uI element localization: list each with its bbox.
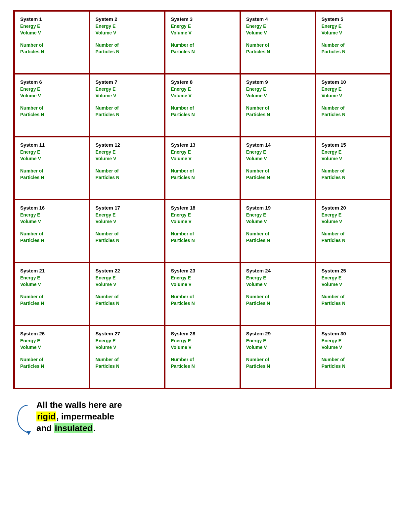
system-volume-23: Volume V: [171, 281, 234, 288]
system-number-label-11: Number of: [20, 168, 84, 174]
system-title-15: System 15: [321, 142, 385, 148]
system-title-10: System 10: [321, 79, 385, 85]
system-number-value-18: Particles N: [171, 237, 234, 244]
system-energy-16: Energy E: [20, 212, 84, 218]
system-number-value-10: Particles N: [321, 112, 385, 118]
system-title-8: System 8: [171, 79, 234, 85]
system-number-value-21: Particles N: [20, 300, 84, 307]
system-number-label-16: Number of: [20, 231, 84, 237]
system-cell-28: System 28 Energy E Volume V Number of Pa…: [165, 325, 240, 388]
system-number-value-17: Particles N: [96, 237, 159, 244]
system-volume-27: Volume V: [96, 344, 159, 351]
system-cell-25: System 25 Energy E Volume V Number of Pa…: [315, 263, 391, 325]
system-cell-11: System 11 Energy E Volume V Number of Pa…: [14, 137, 90, 200]
system-volume-14: Volume V: [246, 156, 310, 162]
system-energy-22: Energy E: [96, 275, 159, 281]
system-energy-27: Energy E: [96, 338, 159, 344]
system-cell-30: System 30 Energy E Volume V Number of Pa…: [315, 325, 391, 388]
system-cell-9: System 9 Energy E Volume V Number of Par…: [240, 74, 316, 137]
system-number-label-26: Number of: [20, 357, 84, 363]
system-energy-23: Energy E: [171, 275, 234, 281]
system-title-26: System 26: [20, 331, 84, 336]
system-number-label-19: Number of: [246, 231, 310, 237]
system-volume-11: Volume V: [20, 156, 84, 162]
system-cell-10: System 10 Energy E Volume V Number of Pa…: [315, 74, 391, 137]
system-number-value-25: Particles N: [321, 300, 385, 307]
annotation-text: All the walls here are rigid, impermeabl…: [36, 399, 122, 434]
system-cell-15: System 15 Energy E Volume V Number of Pa…: [315, 137, 391, 200]
system-volume-28: Volume V: [171, 344, 234, 351]
system-volume-3: Volume V: [171, 30, 234, 36]
system-number-value-14: Particles N: [246, 174, 310, 181]
system-volume-22: Volume V: [96, 281, 159, 288]
system-title-18: System 18: [171, 205, 234, 211]
system-volume-20: Volume V: [321, 218, 385, 225]
system-number-label-29: Number of: [246, 357, 310, 363]
system-number-value-13: Particles N: [171, 174, 234, 181]
annotation-area: All the walls here are rigid, impermeabl…: [13, 399, 392, 437]
system-title-12: System 12: [96, 142, 159, 148]
system-volume-5: Volume V: [321, 30, 385, 36]
system-number-label-15: Number of: [321, 168, 385, 174]
system-number-value-16: Particles N: [20, 237, 84, 244]
system-energy-19: Energy E: [246, 212, 310, 218]
system-energy-17: Energy E: [96, 212, 159, 218]
system-volume-9: Volume V: [246, 93, 310, 99]
system-number-value-15: Particles N: [321, 174, 385, 181]
system-volume-30: Volume V: [321, 344, 385, 351]
system-volume-10: Volume V: [321, 93, 385, 99]
system-title-17: System 17: [96, 205, 159, 211]
system-cell-14: System 14 Energy E Volume V Number of Pa…: [240, 137, 316, 200]
system-number-label-17: Number of: [96, 231, 159, 237]
system-cell-27: System 27 Energy E Volume V Number of Pa…: [90, 325, 165, 388]
system-number-value-8: Particles N: [171, 112, 234, 118]
system-energy-4: Energy E: [246, 23, 310, 30]
system-number-label-30: Number of: [321, 357, 385, 363]
system-number-label-2: Number of: [96, 42, 159, 49]
svg-marker-0: [26, 431, 31, 435]
system-number-label-8: Number of: [171, 105, 234, 112]
system-number-value-4: Particles N: [246, 49, 310, 55]
system-number-label-9: Number of: [246, 105, 310, 112]
systems-grid: System 1 Energy E Volume V Number of Par…: [13, 10, 392, 389]
system-number-label-10: Number of: [321, 105, 385, 112]
system-number-value-6: Particles N: [20, 112, 84, 118]
system-title-30: System 30: [321, 331, 385, 336]
system-title-4: System 4: [246, 16, 310, 22]
system-volume-15: Volume V: [321, 156, 385, 162]
system-title-9: System 9: [246, 79, 310, 85]
system-number-value-5: Particles N: [321, 49, 385, 55]
system-cell-22: System 22 Energy E Volume V Number of Pa…: [90, 263, 165, 325]
system-number-label-6: Number of: [20, 105, 84, 112]
system-volume-21: Volume V: [20, 281, 84, 288]
system-cell-3: System 3 Energy E Volume V Number of Par…: [165, 11, 240, 74]
system-cell-8: System 8 Energy E Volume V Number of Par…: [165, 74, 240, 137]
system-number-label-22: Number of: [96, 294, 159, 300]
system-energy-25: Energy E: [321, 275, 385, 281]
system-number-value-11: Particles N: [20, 174, 84, 181]
system-volume-25: Volume V: [321, 281, 385, 288]
system-energy-7: Energy E: [96, 86, 159, 93]
annotation-line3: and insulated.: [36, 423, 96, 433]
system-volume-13: Volume V: [171, 156, 234, 162]
system-energy-28: Energy E: [171, 338, 234, 344]
system-energy-20: Energy E: [321, 212, 385, 218]
system-energy-21: Energy E: [20, 275, 84, 281]
system-volume-12: Volume V: [96, 156, 159, 162]
system-volume-2: Volume V: [96, 30, 159, 36]
system-energy-14: Energy E: [246, 149, 310, 156]
system-cell-21: System 21 Energy E Volume V Number of Pa…: [14, 263, 90, 325]
system-number-label-13: Number of: [171, 168, 234, 174]
system-energy-29: Energy E: [246, 338, 310, 344]
system-title-29: System 29: [246, 331, 310, 336]
system-number-label-3: Number of: [171, 42, 234, 49]
system-title-1: System 1: [20, 16, 84, 22]
system-cell-29: System 29 Energy E Volume V Number of Pa…: [240, 325, 316, 388]
system-number-value-19: Particles N: [246, 237, 310, 244]
system-energy-15: Energy E: [321, 149, 385, 156]
system-title-3: System 3: [171, 16, 234, 22]
system-volume-16: Volume V: [20, 218, 84, 225]
system-volume-1: Volume V: [20, 30, 84, 36]
system-number-value-1: Particles N: [20, 49, 84, 55]
system-title-6: System 6: [20, 79, 84, 85]
